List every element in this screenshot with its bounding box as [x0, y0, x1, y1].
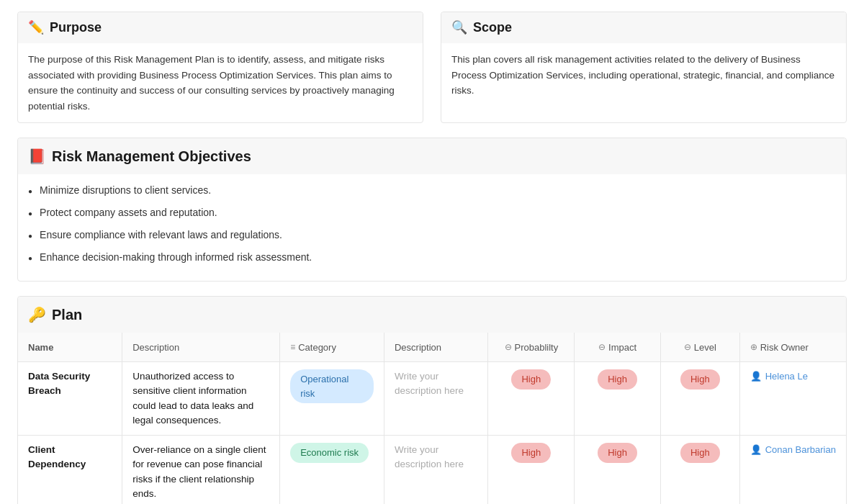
- table-wrap: Name Description ≡ Category Desc: [18, 333, 846, 504]
- row1-category: Operational risk: [280, 362, 384, 436]
- objectives-title: Risk Management Objectives: [52, 145, 251, 167]
- th-name: Name: [18, 333, 122, 361]
- row1-owner[interactable]: 👤 Helena Le: [739, 362, 846, 436]
- objective-item-2: Protect company assets and reputation.: [40, 205, 217, 220]
- owner-icon: ⊕: [750, 341, 757, 354]
- row1-desc2[interactable]: Write your description here: [384, 362, 488, 436]
- purpose-header: ✏️ Purpose: [18, 12, 423, 43]
- row2-category: Economic risk: [280, 436, 384, 504]
- row1-impact-badge: High: [598, 369, 637, 390]
- objective-item-4: Enhance decision-making through informed…: [40, 250, 312, 265]
- row1-desc2-placeholder: Write your description here: [395, 371, 464, 396]
- scope-content: This plan covers all risk management act…: [441, 43, 846, 107]
- list-item: Protect company assets and reputation.: [28, 205, 836, 220]
- row1-description: Unauthorized access to sensitive client …: [122, 362, 280, 436]
- th-impact: ⊖ Impact: [575, 333, 661, 361]
- th-description2: Description: [384, 333, 488, 361]
- row2-name: Client Dependency: [18, 436, 122, 504]
- row2-probability-badge: High: [511, 443, 551, 463]
- table-header-row: Name Description ≡ Category Desc: [18, 333, 846, 361]
- row1-owner-name: Helena Le: [765, 369, 808, 384]
- table-row: Client Dependency Over-reliance on a sin…: [18, 436, 846, 504]
- plan-title: Plan: [52, 304, 82, 325]
- purpose-content: The purpose of this Risk Management Plan…: [18, 43, 423, 122]
- purpose-emoji: ✏️: [28, 18, 44, 37]
- plan-header: 🔑 Plan: [18, 297, 846, 333]
- row2-level-badge: High: [680, 443, 720, 463]
- scope-header: 🔍 Scope: [441, 12, 846, 43]
- objectives-header: 📕 Risk Management Objectives: [18, 138, 846, 174]
- objective-item-3: Ensure compliance with relevant laws and…: [40, 228, 282, 243]
- purpose-box: ✏️ Purpose The purpose of this Risk Mana…: [17, 12, 423, 123]
- row1-probability-badge: High: [511, 369, 551, 390]
- row2-impact-badge: High: [598, 443, 637, 463]
- row1-level: High: [660, 362, 739, 436]
- row1-name: Data Security Breach: [18, 362, 122, 436]
- category-icon: ≡: [290, 341, 295, 354]
- row2-probability: High: [488, 436, 575, 504]
- row2-category-badge: Economic risk: [290, 443, 369, 463]
- row2-desc2-placeholder: Write your description here: [395, 444, 464, 469]
- objectives-emoji: 📕: [28, 145, 46, 167]
- th-level: ⊖ Level: [660, 333, 739, 361]
- list-item: Minimize disruptions to client services.: [28, 183, 836, 198]
- th-owner: ⊕ Risk Owner: [739, 333, 846, 361]
- objectives-list: Minimize disruptions to client services.…: [18, 174, 846, 281]
- scope-box: 🔍 Scope This plan covers all risk manage…: [441, 12, 847, 123]
- list-item: Enhance decision-making through informed…: [28, 250, 836, 265]
- probability-icon: ⊖: [505, 341, 512, 354]
- objectives-section: 📕 Risk Management Objectives Minimize di…: [17, 138, 847, 282]
- purpose-title: Purpose: [50, 18, 102, 37]
- row1-impact: High: [575, 362, 661, 436]
- owner-person-icon2: 👤: [750, 443, 762, 457]
- page: ✏️ Purpose The purpose of this Risk Mana…: [0, 0, 864, 504]
- scope-title: Scope: [473, 18, 512, 37]
- th-description: Description: [122, 333, 280, 361]
- th-probability: ⊖ Probablilty: [488, 333, 575, 361]
- row1-category-badge: Operational risk: [290, 369, 374, 403]
- list-item: Ensure compliance with relevant laws and…: [28, 228, 836, 243]
- row2-owner[interactable]: 👤 Conan Barbarian: [739, 436, 846, 504]
- row2-desc2[interactable]: Write your description here: [384, 436, 488, 504]
- row2-level: High: [660, 436, 739, 504]
- th-category: ≡ Category: [280, 333, 384, 361]
- row1-probability: High: [488, 362, 575, 436]
- row2-owner-name: Conan Barbarian: [765, 443, 836, 457]
- plan-section: 🔑 Plan Name Description ≡: [17, 296, 847, 504]
- owner-person-icon: 👤: [750, 369, 762, 384]
- objective-item-1: Minimize disruptions to client services.: [40, 183, 211, 198]
- row2-impact: High: [575, 436, 661, 504]
- impact-icon: ⊖: [598, 341, 606, 354]
- row2-description: Over-reliance on a single client for rev…: [122, 436, 280, 504]
- risk-table: Name Description ≡ Category Desc: [18, 333, 846, 504]
- scope-emoji: 🔍: [451, 18, 467, 37]
- plan-emoji: 🔑: [28, 304, 46, 325]
- table-row: Data Security Breach Unauthorized access…: [18, 362, 846, 436]
- level-icon: ⊖: [684, 341, 691, 354]
- row1-level-badge: High: [680, 369, 720, 390]
- top-sections: ✏️ Purpose The purpose of this Risk Mana…: [17, 12, 847, 123]
